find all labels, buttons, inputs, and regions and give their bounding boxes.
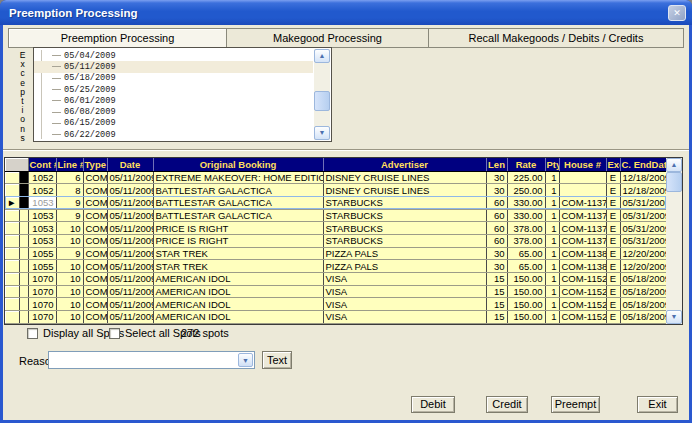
grid-cell[interactable]: 225.00: [507, 171, 545, 184]
grid-cell[interactable]: DISNEY CRUISE LINES: [323, 171, 486, 184]
grid-cell[interactable]: 1070: [28, 273, 56, 286]
grid-scrollbar[interactable]: ▲ ▼: [666, 158, 682, 324]
grid-cell[interactable]: COM: [83, 171, 107, 184]
scroll-down-icon[interactable]: ▼: [314, 126, 330, 140]
table-row[interactable]: 107010COM05/11/2009AMERICAN IDOLVISA1515…: [5, 311, 666, 324]
grid-cell[interactable]: 1: [545, 247, 559, 260]
grid-cell[interactable]: E: [606, 260, 620, 273]
table-row[interactable]: 107010COM05/11/2009AMERICAN IDOLVISA1515…: [5, 285, 666, 298]
grid-cell[interactable]: BATTLESTAR GALACTICA: [153, 209, 323, 222]
grid-cell[interactable]: 1: [545, 209, 559, 222]
debit-button[interactable]: Debit: [411, 396, 455, 413]
grid-cell[interactable]: COM-1152: [559, 311, 606, 324]
grid-cell[interactable]: 1: [545, 273, 559, 286]
grid-cell[interactable]: 1: [545, 184, 559, 197]
grid-cell[interactable]: 60: [486, 209, 507, 222]
exceptions-scrollbar[interactable]: ▲ ▼: [314, 49, 330, 140]
grid-cell[interactable]: AMERICAN IDOL: [153, 298, 323, 311]
grid-cell[interactable]: 05/11/2009: [107, 273, 153, 286]
grid-cell[interactable]: 330.00: [507, 209, 545, 222]
table-row[interactable]: ►10539COM05/11/2009BATTLESTAR GALACTICAS…: [5, 196, 666, 209]
grid-cell[interactable]: 12/20/2009: [620, 260, 666, 273]
grid-cell[interactable]: AMERICAN IDOL: [153, 311, 323, 324]
title-bar[interactable]: Preemption Processing ✕: [0, 0, 692, 25]
grid-cell[interactable]: 1070: [28, 298, 56, 311]
grid-cell[interactable]: 10: [56, 234, 83, 247]
grid-cell[interactable]: 60: [486, 196, 507, 209]
grid-cell[interactable]: BATTLESTAR GALACTICA: [153, 196, 323, 209]
grid-cell[interactable]: 150.00: [507, 298, 545, 311]
table-row[interactable]: 10559COM05/11/2009STAR TREKPIZZA PALS306…: [5, 247, 666, 260]
grid-cell[interactable]: 10: [56, 298, 83, 311]
display-all-spots-checkbox[interactable]: [27, 328, 38, 339]
scroll-down-icon[interactable]: ▼: [666, 310, 682, 324]
grid-cell[interactable]: 1052: [28, 171, 56, 184]
grid-cell[interactable]: 05/18/2009: [620, 298, 666, 311]
grid-cell[interactable]: COM: [83, 184, 107, 197]
grid-cell[interactable]: 150.00: [507, 311, 545, 324]
grid-cell[interactable]: 05/11/2009: [107, 171, 153, 184]
grid-cell[interactable]: 9: [56, 247, 83, 260]
grid-cell[interactable]: 30: [486, 171, 507, 184]
grid-cell[interactable]: EXTREME MAKEOVER: HOME EDITION: [153, 171, 323, 184]
grid-cell[interactable]: COM: [83, 273, 107, 286]
preempt-button[interactable]: Preempt: [551, 396, 600, 413]
grid-cell[interactable]: COM: [83, 234, 107, 247]
grid-cell[interactable]: 9: [56, 209, 83, 222]
grid-cell[interactable]: 10: [56, 273, 83, 286]
grid-cell[interactable]: 1070: [28, 285, 56, 298]
grid-cell[interactable]: 1055: [28, 260, 56, 273]
column-header[interactable]: C. EndDate: [620, 158, 666, 171]
grid-cell[interactable]: COM-1137: [559, 222, 606, 235]
table-row[interactable]: 105310COM05/11/2009PRICE IS RIGHTSTARBUC…: [5, 234, 666, 247]
column-header[interactable]: Len: [486, 158, 507, 171]
grid-cell[interactable]: 1: [545, 222, 559, 235]
close-icon[interactable]: ✕: [668, 5, 686, 21]
grid-cell[interactable]: COM-1137: [559, 209, 606, 222]
column-header[interactable]: Cont #: [28, 158, 56, 171]
grid-cell[interactable]: 05/11/2009: [107, 196, 153, 209]
row-selector[interactable]: [5, 285, 19, 298]
grid-cell[interactable]: STAR TREK: [153, 247, 323, 260]
grid-cell[interactable]: 10: [56, 285, 83, 298]
grid-cell[interactable]: 1: [545, 260, 559, 273]
grid-cell[interactable]: 15: [486, 298, 507, 311]
grid-cell[interactable]: 1: [545, 311, 559, 324]
grid-cell[interactable]: 05/11/2009: [107, 298, 153, 311]
grid-cell[interactable]: STAR TREK: [153, 260, 323, 273]
grid-cell[interactable]: 1070: [28, 311, 56, 324]
grid-cell[interactable]: E: [606, 247, 620, 260]
grid-cell[interactable]: 6: [56, 171, 83, 184]
exit-button[interactable]: Exit: [637, 396, 678, 413]
grid-cell[interactable]: AMERICAN IDOL: [153, 273, 323, 286]
grid-cell[interactable]: COM-1152: [559, 298, 606, 311]
row-selector[interactable]: [5, 234, 19, 247]
grid-cell[interactable]: 15: [486, 273, 507, 286]
grid-cell[interactable]: COM: [83, 260, 107, 273]
list-item[interactable]: 06/22/2009: [34, 129, 313, 140]
grid-cell[interactable]: 65.00: [507, 247, 545, 260]
table-row[interactable]: 10539COM05/11/2009BATTLESTAR GALACTICAST…: [5, 209, 666, 222]
row-mark[interactable]: [19, 260, 28, 273]
list-item[interactable]: 05/25/2009: [34, 84, 313, 95]
grid-cell[interactable]: STARBUCKS: [323, 196, 486, 209]
grid-cell[interactable]: 05/31/2009: [620, 209, 666, 222]
row-mark[interactable]: [19, 196, 28, 209]
grid-cell[interactable]: 1053: [28, 196, 56, 209]
grid-cell[interactable]: 05/11/2009: [107, 260, 153, 273]
grid-cell[interactable]: VISA: [323, 285, 486, 298]
grid-cell[interactable]: 150.00: [507, 273, 545, 286]
list-item[interactable]: 06/15/2009: [34, 118, 313, 129]
grid-cell[interactable]: 378.00: [507, 222, 545, 235]
grid-cell[interactable]: E: [606, 285, 620, 298]
table-row[interactable]: 107010COM05/11/2009AMERICAN IDOLVISA1515…: [5, 298, 666, 311]
column-header[interactable]: Line #: [56, 158, 83, 171]
grid-cell[interactable]: 30: [486, 184, 507, 197]
row-mark[interactable]: [19, 298, 28, 311]
grid-cell[interactable]: E: [606, 171, 620, 184]
grid-cell[interactable]: 1: [545, 234, 559, 247]
grid-cell[interactable]: VISA: [323, 311, 486, 324]
row-selector[interactable]: [5, 171, 19, 184]
grid-cell[interactable]: COM: [83, 285, 107, 298]
grid-cell[interactable]: 12/20/2009: [620, 247, 666, 260]
